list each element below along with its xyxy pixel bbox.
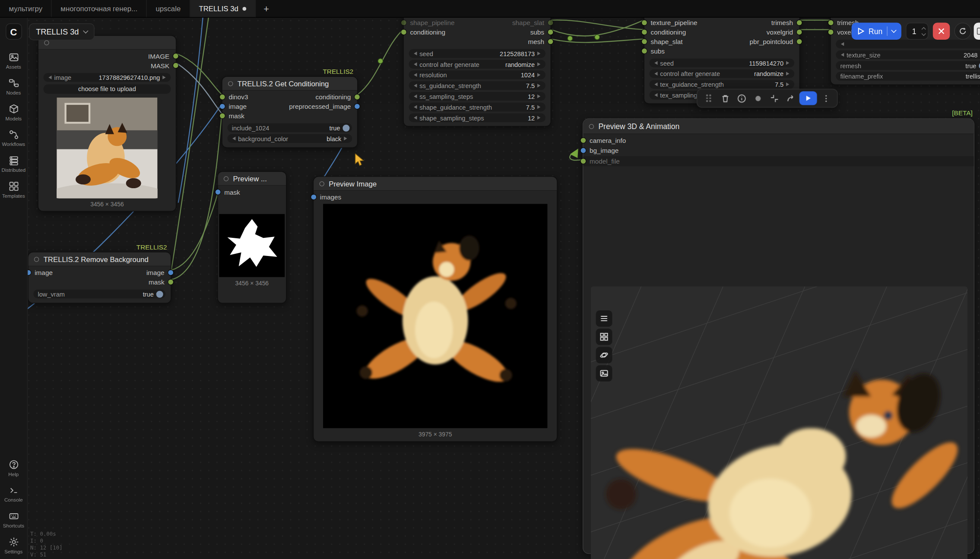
output-pin[interactable] bbox=[168, 279, 173, 284]
slot-row[interactable]: camera_info bbox=[583, 136, 974, 145]
node-preview-image[interactable]: Preview Image images bbox=[313, 176, 558, 442]
widget-control-after-generate[interactable]: control after generaterandomize bbox=[409, 60, 545, 69]
menu-icon[interactable] bbox=[596, 310, 612, 327]
collapse-dot-icon[interactable] bbox=[319, 181, 324, 186]
background-image-icon[interactable] bbox=[596, 365, 612, 382]
increment-arrow-icon[interactable] bbox=[162, 76, 168, 79]
input-pin[interactable] bbox=[401, 29, 406, 35]
output-pin[interactable] bbox=[355, 94, 360, 99]
node-header[interactable]: Preview 3D & Animation bbox=[583, 119, 974, 134]
output-pin[interactable] bbox=[797, 20, 802, 25]
redo-arrow-button[interactable] bbox=[783, 91, 798, 106]
widget-resolution[interactable]: resolution1024 bbox=[409, 70, 545, 79]
sidebar-item-models[interactable]: Models bbox=[0, 100, 27, 126]
input-pin[interactable] bbox=[581, 138, 586, 143]
widget-background-color[interactable]: background_colorblack bbox=[227, 134, 352, 143]
slot-row[interactable]: image preprocessed_image bbox=[222, 101, 357, 111]
widget-ss-sampling-steps[interactable]: ss_sampling_steps12 bbox=[409, 92, 545, 101]
decrement-arrow-icon[interactable] bbox=[839, 53, 844, 57]
output-pin[interactable] bbox=[548, 39, 553, 44]
widget-texture-size[interactable]: texture_size2048 bbox=[836, 51, 980, 59]
input-pin[interactable] bbox=[828, 29, 834, 35]
decrement-arrow-icon[interactable] bbox=[653, 82, 658, 86]
node-remove-background[interactable]: TRELLIS2 TRELLIS.2 Remove Background ima… bbox=[28, 252, 171, 303]
input-pin[interactable] bbox=[311, 194, 316, 199]
slot-row[interactable]: image image bbox=[29, 268, 171, 277]
output-pin[interactable] bbox=[173, 53, 178, 58]
collapse-dot-icon[interactable] bbox=[224, 176, 229, 181]
input-pin[interactable] bbox=[828, 20, 834, 25]
widget-shape-guidance-strength[interactable]: shape_guidance_strength7.5 bbox=[409, 103, 545, 111]
tab-multigru[interactable]: мультигру bbox=[0, 0, 52, 17]
output-pin[interactable] bbox=[173, 63, 178, 68]
input-pin[interactable] bbox=[581, 159, 586, 164]
orbit-icon[interactable] bbox=[596, 347, 612, 363]
widget-ss-guidance-strength[interactable]: ss_guidance_strength7.5 bbox=[409, 81, 545, 90]
input-pin[interactable] bbox=[642, 39, 647, 44]
info-button[interactable] bbox=[734, 91, 749, 106]
more-options-button[interactable] bbox=[818, 91, 833, 106]
decrement-arrow-icon[interactable] bbox=[653, 93, 658, 97]
widget-seed[interactable]: seed2125288173 bbox=[409, 49, 545, 58]
new-tab-button[interactable]: + bbox=[256, 0, 277, 17]
decrement-arrow-icon[interactable] bbox=[653, 61, 658, 65]
node-load-image[interactable]: IMAGE MASK image17378829627410.png choos… bbox=[38, 35, 177, 212]
decrement-arrow-icon[interactable] bbox=[231, 136, 236, 140]
collapse-dot-icon[interactable] bbox=[34, 256, 39, 262]
sidebar-item-shortcuts[interactable]: Shortcuts bbox=[0, 507, 27, 533]
collapse-button[interactable] bbox=[767, 91, 782, 106]
node-shape-sampler[interactable]: shape_pipeline shape_slat conditioning s… bbox=[403, 2, 551, 126]
widget-control-after-generate[interactable]: control after generaterandomize bbox=[650, 69, 794, 78]
decrement-arrow-icon[interactable] bbox=[653, 72, 658, 76]
upload-button[interactable]: choose file to upload bbox=[44, 84, 171, 94]
sidebar-item-help[interactable]: Help bbox=[0, 456, 27, 482]
widget-image-file[interactable]: image17378829627410.png bbox=[44, 73, 171, 82]
tab-multithread-gen[interactable]: многопоточная генер... bbox=[52, 0, 147, 17]
node-header[interactable]: TRELLIS.2 Remove Background bbox=[29, 253, 171, 266]
collapse-dot-icon[interactable] bbox=[589, 124, 594, 129]
slot-row[interactable]: model_file bbox=[583, 156, 974, 166]
output-pin[interactable] bbox=[168, 270, 173, 275]
increment-arrow-icon[interactable] bbox=[786, 61, 791, 65]
increment-arrow-icon[interactable] bbox=[344, 136, 349, 140]
widget-include-1024[interactable]: include_1024true bbox=[227, 123, 352, 132]
slot-row[interactable]: mask bbox=[29, 277, 171, 287]
sidebar-item-distributed[interactable]: Distributed bbox=[0, 152, 27, 177]
increment-arrow-icon[interactable] bbox=[537, 84, 542, 88]
run-button[interactable]: Run bbox=[852, 23, 901, 40]
node-header[interactable]: Preview ... bbox=[218, 172, 286, 186]
input-pin[interactable] bbox=[220, 94, 225, 99]
output-pin[interactable] bbox=[797, 39, 802, 44]
sidebar-item-settings[interactable]: Settings bbox=[0, 533, 27, 559]
node-canvas[interactable]: shape_pipeline shape_slat conditioning s… bbox=[0, 0, 980, 559]
decrement-arrow-icon[interactable] bbox=[47, 76, 52, 79]
slot-row[interactable]: shape_pipeline shape_slat bbox=[404, 18, 551, 27]
app-logo[interactable]: C bbox=[5, 23, 22, 40]
sidebar-item-templates[interactable]: Templates bbox=[0, 177, 27, 203]
slot-row[interactable]: mesh bbox=[404, 37, 551, 46]
delete-node-button[interactable] bbox=[717, 91, 733, 106]
slot-row[interactable]: images bbox=[314, 192, 557, 202]
collapse-dot-icon[interactable] bbox=[44, 40, 49, 45]
tab-trellis-3d[interactable]: TRELLIS 3d bbox=[190, 0, 256, 17]
3d-viewport[interactable]: 100% bbox=[591, 287, 967, 559]
input-pin[interactable] bbox=[401, 20, 406, 25]
increment-arrow-icon[interactable] bbox=[537, 116, 542, 120]
widget-hidden[interactable] bbox=[836, 40, 980, 48]
refresh-button[interactable] bbox=[954, 23, 971, 40]
slot-row[interactable]: IMAGE bbox=[38, 51, 176, 60]
output-pin[interactable] bbox=[548, 20, 553, 25]
widget-low-vram[interactable]: low_vramtrue bbox=[33, 290, 165, 298]
slot-row[interactable]: MASK bbox=[38, 60, 176, 70]
decrement-arrow-icon[interactable] bbox=[412, 73, 417, 77]
batch-count-spinner[interactable]: 1 bbox=[906, 23, 929, 40]
widget-seed[interactable]: seed1159814270 bbox=[650, 59, 794, 67]
drag-handle[interactable] bbox=[701, 91, 716, 106]
input-pin[interactable] bbox=[220, 104, 225, 109]
node-preview-mask[interactable]: Preview ... mask 3456 × 3456 bbox=[217, 171, 286, 303]
slot-row[interactable]: dinov3 conditioning bbox=[222, 92, 357, 101]
decrement-arrow-icon[interactable] bbox=[412, 52, 417, 56]
node-preview-3d[interactable]: [BETA] Preview 3D & Animation camera_inf… bbox=[583, 118, 974, 554]
color-swatch-icon[interactable] bbox=[750, 91, 765, 106]
decrement-arrow-icon[interactable] bbox=[412, 62, 417, 66]
